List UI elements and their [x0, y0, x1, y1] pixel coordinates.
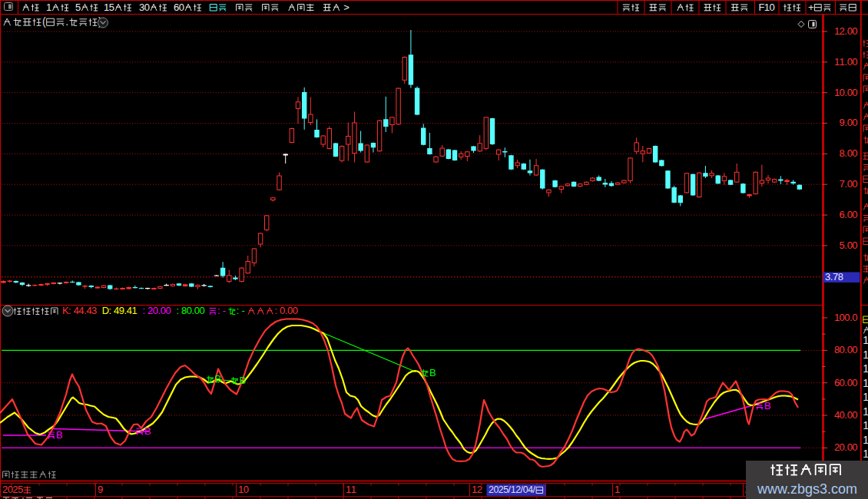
svg-text:9: 9: [98, 484, 103, 495]
svg-text:1: 1: [863, 362, 868, 375]
svg-text:1: 1: [863, 391, 868, 403]
svg-text:1: 1: [863, 334, 868, 346]
svg-text:B: B: [429, 367, 436, 378]
svg-text:6.00: 6.00: [840, 209, 858, 220]
svg-text:11: 11: [346, 484, 356, 495]
svg-text:20.00: 20.00: [834, 441, 858, 453]
svg-text:10.00: 10.00: [834, 87, 858, 98]
svg-text:40.00: 40.00: [834, 409, 858, 421]
svg-text:12.00: 12.00: [834, 25, 858, 37]
svg-text:F10: F10: [759, 2, 775, 13]
svg-text:1: 1: [863, 405, 868, 418]
svg-text:>: >: [343, 2, 350, 13]
svg-text:3.78: 3.78: [825, 271, 843, 283]
svg-text:1: 1: [863, 448, 868, 460]
svg-text:1: 1: [863, 434, 868, 446]
svg-text:B: B: [56, 429, 63, 441]
svg-text:1: 1: [615, 484, 620, 495]
svg-text:100.0: 100.0: [834, 312, 858, 323]
svg-text:+: +: [808, 2, 814, 13]
svg-text:B: B: [215, 373, 222, 385]
svg-text:B: B: [144, 425, 151, 437]
svg-text:1: 1: [863, 349, 868, 361]
svg-text:2025: 2025: [2, 484, 23, 495]
svg-text:7.00: 7.00: [840, 178, 858, 190]
svg-text:D:49.41: D:49.41: [102, 305, 137, 316]
svg-text:B: B: [240, 375, 247, 386]
svg-text:B: B: [764, 400, 771, 411]
svg-text:80.00: 80.00: [834, 344, 858, 355]
svg-text:K:44.43: K:44.43: [62, 305, 97, 316]
svg-text:1: 1: [863, 419, 868, 431]
svg-text:8.00: 8.00: [840, 147, 858, 159]
svg-text:www.zbgs3.com: www.zbgs3.com: [757, 481, 857, 497]
svg-text:1: 1: [46, 2, 51, 13]
svg-text:15: 15: [104, 2, 114, 13]
svg-text:10: 10: [238, 484, 249, 495]
svg-text:60: 60: [174, 2, 184, 13]
svg-text:11.00: 11.00: [834, 56, 858, 68]
svg-text:30: 30: [139, 2, 150, 13]
svg-text:1: 1: [863, 377, 868, 389]
svg-text:5: 5: [75, 2, 81, 13]
svg-text:5.00: 5.00: [840, 240, 858, 251]
svg-text:9.00: 9.00: [840, 117, 858, 128]
svg-text:12: 12: [472, 484, 482, 495]
svg-text:60.00: 60.00: [834, 377, 858, 388]
svg-text:2025/12/04/: 2025/12/04/: [489, 484, 536, 495]
